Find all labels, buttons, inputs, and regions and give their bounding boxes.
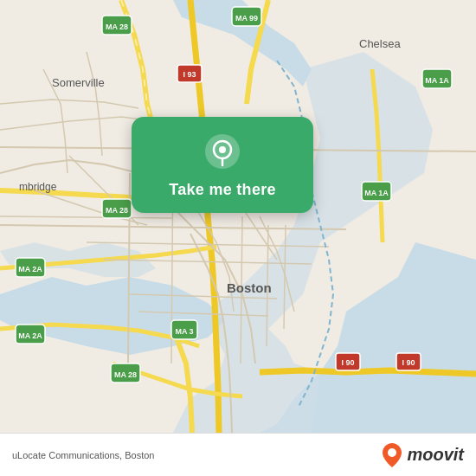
svg-text:MA 1A: MA 1A xyxy=(425,76,449,85)
svg-text:MA 1A: MA 1A xyxy=(364,189,389,197)
bottom-bar-info: uLocate Communications, Boston xyxy=(12,450,154,460)
svg-text:MA 28: MA 28 xyxy=(106,23,128,31)
svg-text:MA 28: MA 28 xyxy=(106,206,128,215)
svg-text:MA 2A: MA 2A xyxy=(18,331,42,340)
moovit-logo: moovit xyxy=(383,443,464,467)
svg-text:MA 3: MA 3 xyxy=(175,327,193,336)
svg-text:Boston: Boston xyxy=(227,280,272,295)
moovit-wordmark: moovit xyxy=(407,445,464,465)
attribution-text: uLocate Communications, Boston xyxy=(12,450,154,460)
svg-text:MA 28: MA 28 xyxy=(114,370,137,379)
svg-text:MA 99: MA 99 xyxy=(235,14,258,23)
svg-text:I 90: I 90 xyxy=(341,358,354,367)
svg-text:I 90: I 90 xyxy=(402,358,415,367)
moovit-pin-icon xyxy=(383,443,402,467)
svg-text:I 93: I 93 xyxy=(183,70,196,79)
svg-text:mbridge: mbridge xyxy=(19,181,57,193)
card-overlay: Take me there xyxy=(132,117,313,213)
svg-point-44 xyxy=(388,448,396,457)
bottom-bar-logo: moovit xyxy=(383,443,464,467)
take-me-there-button[interactable]: Take me there xyxy=(169,181,276,199)
location-pin-icon xyxy=(203,132,241,170)
svg-text:Chelsea: Chelsea xyxy=(359,37,401,50)
svg-text:Somerville: Somerville xyxy=(52,76,105,89)
svg-text:MA 2A: MA 2A xyxy=(18,265,42,273)
map-container: MA 28 MA 99 I 93 MA 28 MA 2A MA 3 MA 28 … xyxy=(0,0,476,433)
svg-point-43 xyxy=(219,146,226,153)
bottom-bar: uLocate Communications, Boston moovit xyxy=(0,433,476,476)
